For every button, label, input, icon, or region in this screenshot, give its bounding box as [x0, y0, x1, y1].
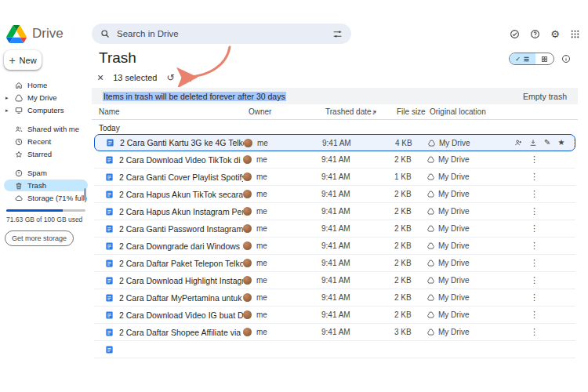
more-options-icon[interactable]: ⋮ [514, 241, 555, 251]
details-info-icon[interactable] [561, 54, 571, 64]
share-person-add-icon[interactable] [514, 139, 522, 147]
settings-gear-icon[interactable]: ⚙ [550, 29, 560, 39]
table-row[interactable]: 2 Cara Download Highlight Instagram deng… [94, 272, 575, 289]
trashed-time: 9:41 AM [322, 139, 395, 147]
sort-direction-icon[interactable]: ↓ [372, 107, 376, 116]
table-row[interactable]: 2 Cara Ganti Kartu 3G ke 4G Telkomsel vi… [94, 134, 575, 151]
apps-grid-icon[interactable] [570, 29, 580, 39]
doc-file-icon [105, 310, 119, 320]
restore-from-trash-icon[interactable]: ↺ [166, 73, 174, 82]
get-more-storage-button[interactable]: Get more storage [5, 230, 74, 246]
original-location-chip[interactable]: My Drive [427, 155, 514, 164]
trashed-time: 9:41 AM [321, 259, 394, 267]
search-icon[interactable] [100, 29, 110, 38]
owner-cell: me [243, 172, 321, 181]
owner-label: me [256, 276, 267, 285]
sidebar-item-my-drive[interactable]: ▸ My Drive [4, 92, 88, 103]
column-original-location[interactable]: Original location [430, 107, 486, 116]
table-row[interactable]: 2 Cara Ganti Password Instagram via HP d… [94, 220, 575, 238]
more-options-icon[interactable]: ⋮ [514, 223, 555, 234]
offline-status-icon[interactable] [510, 29, 520, 39]
sidebar-item-shared-with-me[interactable]: Shared with me [4, 123, 88, 135]
table-row[interactable]: 2 Cara Download Video TikTok di HP Andro… [94, 151, 575, 169]
file-size: 2 KB [394, 241, 427, 250]
clear-selection-icon[interactable]: × [97, 72, 103, 83]
sidebar-scrollbar[interactable] [84, 188, 86, 200]
download-icon[interactable] [529, 139, 537, 147]
chevron-right-icon[interactable]: ▸ [5, 107, 9, 114]
original-location-chip[interactable]: My Drive [427, 310, 514, 319]
original-location-chip[interactable]: My Drive [427, 259, 514, 267]
column-name[interactable]: Name [99, 107, 120, 116]
original-location-chip[interactable]: My Drive [427, 328, 514, 336]
file-name: 2 Cara Ganti Password Instagram via HP d… [119, 224, 243, 234]
table-row[interactable]: 2 Cara Daftar MyPertamina untuk Mendapat… [94, 289, 575, 307]
more-options-icon[interactable]: ⋮ [564, 138, 578, 148]
original-location-chip[interactable]: My Drive [427, 207, 514, 216]
owner-label: me [256, 172, 267, 181]
column-file-size[interactable]: File size [397, 107, 426, 116]
table-row[interactable]: 2 Cara Daftar Paket Telepon Telkomsel, H… [94, 255, 575, 272]
original-location-chip[interactable]: My Drive [427, 241, 514, 250]
original-location-chip[interactable]: My Drive [428, 139, 514, 147]
sidebar-item-storage[interactable]: Storage (71% full) [4, 192, 88, 204]
owner-avatar [244, 139, 252, 147]
original-location-chip[interactable]: My Drive [427, 293, 514, 302]
more-options-icon[interactable]: ⋮ [514, 292, 555, 303]
sidebar-item-spam[interactable]: Spam [4, 167, 88, 179]
sidebar-item-trash[interactable]: Trash [4, 180, 88, 191]
more-options-icon[interactable]: ⋮ [514, 275, 555, 285]
location-label: My Drive [438, 241, 469, 250]
table-row[interactable]: 2 Cara Downgrade dari Windows 11 ke Wind… [94, 238, 575, 255]
more-options-icon[interactable]: ⋮ [514, 154, 555, 165]
column-trashed-date[interactable]: Trashed date ▾ [325, 107, 376, 116]
more-options-icon[interactable]: ⋮ [514, 310, 555, 320]
drive-logo-area[interactable]: Drive [6, 25, 92, 43]
original-location-chip[interactable]: My Drive [427, 190, 514, 198]
table-row[interactable]: ✎ ★ ⋮ [94, 341, 575, 358]
more-options-icon[interactable]: ⋮ [514, 172, 555, 182]
doc-file-icon [105, 328, 119, 337]
location-label: My Drive [438, 224, 469, 233]
table-row[interactable]: 2 Cara Download Video IG buat Disimpan d… [94, 307, 575, 324]
table-row[interactable]: 2 Cara Hapus Akun Instagram Permanen Ter… [94, 203, 575, 220]
table-row[interactable]: 2 Cara Ganti Cover Playlist Spotify deng… [94, 169, 575, 186]
empty-trash-button[interactable]: Empty trash [523, 92, 567, 101]
original-location-chip[interactable]: My Drive [427, 276, 514, 285]
trashed-time: 9:41 AM [321, 155, 394, 164]
table-row[interactable]: 2 Cara Daftar Shopee Affiliate via HP un… [94, 324, 575, 341]
drive-icon [428, 140, 435, 147]
chevron-right-icon[interactable]: ▸ [5, 95, 9, 101]
list-view-button[interactable]: ✓ [510, 53, 535, 64]
more-options-icon[interactable]: ⋮ [514, 327, 555, 337]
more-options-icon[interactable]: ⋮ [514, 206, 555, 216]
original-location-chip[interactable]: My Drive [427, 224, 514, 233]
row-actions: ✎ ★ [514, 139, 564, 147]
sidebar-item-recent[interactable]: Recent [4, 136, 88, 147]
file-size: 2 KB [394, 276, 427, 285]
grid-view-button[interactable] [535, 53, 554, 64]
more-options-icon[interactable]: ⋮ [514, 189, 555, 199]
new-button[interactable]: + New [4, 50, 42, 70]
search-input[interactable]: Search in Drive [92, 24, 351, 44]
star-action-icon[interactable]: ★ [557, 139, 564, 147]
delete-forever-icon[interactable] [184, 73, 194, 82]
sidebar-item-computers[interactable]: ▸ Computers [4, 104, 88, 116]
owner-label: me [256, 328, 267, 336]
sidebar-item-home[interactable]: Home [4, 79, 88, 91]
sidebar-item-label: Spam [27, 169, 47, 177]
owner-label: me [256, 259, 267, 267]
table-row[interactable]: 2 Cara Hapus Akun TikTok secara Permanen… [94, 186, 575, 203]
drive-icon [427, 242, 434, 249]
drive-icon [427, 191, 434, 198]
original-location-chip[interactable]: My Drive [427, 172, 514, 181]
more-options-icon[interactable]: ⋮ [514, 258, 555, 268]
sidebar-item-label: Recent [27, 137, 51, 146]
search-options-icon[interactable] [332, 29, 343, 39]
column-owner[interactable]: Owner [249, 107, 271, 116]
rename-pen-icon[interactable]: ✎ [544, 139, 550, 147]
sidebar-item-label: My Drive [27, 93, 56, 102]
sidebar-item-starred[interactable]: Starred [4, 148, 88, 160]
help-icon[interactable] [530, 29, 540, 39]
trashed-time: 9:41 AM [321, 241, 394, 250]
